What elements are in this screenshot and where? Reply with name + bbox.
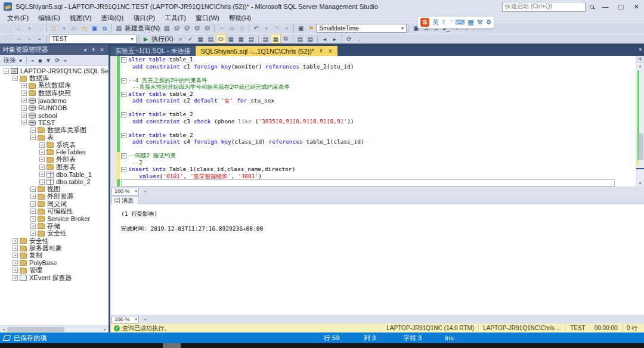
oe-refresh-icon[interactable]: ⟳ xyxy=(54,57,61,64)
tree-item[interactable]: +school xyxy=(0,111,109,119)
scroll-up-icon[interactable]: ▲ xyxy=(638,63,642,69)
sogou-logo-icon[interactable]: S xyxy=(420,18,429,27)
open-query-icon[interactable]: ▤ xyxy=(162,24,172,33)
comment-icon[interactable]: ▤ xyxy=(295,34,305,44)
connect-icon[interactable]: ⌁ xyxy=(14,34,24,44)
tree-item[interactable]: +服务器对象 xyxy=(0,244,109,251)
results-grid-toggle-icon[interactable]: ▦ xyxy=(271,34,281,44)
ime-punctuation-icon[interactable]: ’ xyxy=(451,19,452,26)
code-line[interactable]: −insert into Table_1(class_id,class_name… xyxy=(121,166,636,173)
back-dropdown-icon[interactable]: ▾ xyxy=(24,24,35,33)
object-explorer-hscrollbar[interactable]: ◂ ▸ xyxy=(0,325,109,333)
query-options-icon[interactable]: ▤ xyxy=(206,34,216,44)
expand-toggle-icon[interactable]: + xyxy=(39,172,45,177)
analysis-query-icon[interactable]: ⛁ xyxy=(182,24,192,33)
specify-values-icon[interactable]: ⟳ xyxy=(344,34,354,44)
scroll-down-icon[interactable]: ▼ xyxy=(638,180,642,187)
code-line[interactable]: add constraint c2 default '女' for stu_se… xyxy=(121,97,636,104)
code-line[interactable]: add constraint c1 foreign key(monitor) r… xyxy=(121,63,636,70)
hscroll-thumb[interactable] xyxy=(7,327,64,332)
ime-settings-icon[interactable]: ⚙ xyxy=(486,18,492,26)
expand-toggle-icon[interactable]: + xyxy=(13,275,18,281)
editor-zoom-combo[interactable]: 100 %▾ xyxy=(112,188,139,195)
close-panel-icon[interactable]: ✕ xyxy=(98,47,106,53)
tree-item[interactable]: +FileTables xyxy=(0,148,109,156)
tab-pin-icon[interactable]: 🖈 xyxy=(318,48,324,54)
connect-dropdown-icon[interactable]: ▾ xyxy=(18,57,23,64)
database-combo[interactable]: TEST ▾ xyxy=(49,35,137,44)
expand-toggle-icon[interactable]: + xyxy=(39,179,45,185)
close-button[interactable]: ✕ xyxy=(628,0,644,13)
redo-dropdown-icon[interactable]: ▾ xyxy=(281,24,292,33)
code-line[interactable]: --2 xyxy=(121,159,636,166)
tree-item[interactable]: +数据库快照 xyxy=(0,89,109,97)
code-line[interactable]: --直接从性别开始因为学号和姓名我在2中就已经完成约束条件 xyxy=(121,83,636,91)
current-line[interactable] xyxy=(121,179,615,187)
splitter-grip-icon[interactable]: ✛ xyxy=(637,56,644,63)
expand-toggle-icon[interactable]: − xyxy=(21,120,27,125)
execute-icon[interactable]: ▶ xyxy=(141,34,151,44)
flag-icon[interactable]: ⚑ xyxy=(306,24,316,33)
code-line[interactable]: −--问题2 验证约束 xyxy=(121,152,636,159)
code-line[interactable]: −alter table table_2 xyxy=(121,111,636,118)
code-line[interactable] xyxy=(121,125,636,132)
chevron-down-icon[interactable]: ▾ xyxy=(135,317,138,322)
tree-item[interactable]: +数据库关系图 xyxy=(0,126,109,133)
expand-toggle-icon[interactable]: + xyxy=(39,142,45,148)
tree-item[interactable]: +可编程性 xyxy=(0,207,109,215)
tree-item[interactable]: +PolyBase xyxy=(0,259,109,266)
menu-item-1[interactable]: 编辑(E) xyxy=(33,13,65,23)
expand-toggle-icon[interactable]: − xyxy=(13,76,18,81)
expand-toggle-icon[interactable]: + xyxy=(21,105,27,111)
messages-body[interactable]: (1 行受影响)完成时间: 2019-12-03T11:27:16.892923… xyxy=(110,204,644,315)
cut-icon[interactable]: ✂ xyxy=(216,24,227,33)
activity-monitor-icon[interactable]: ▣ xyxy=(296,24,306,33)
new-query-icon[interactable]: ▤ xyxy=(114,24,124,33)
tree-item[interactable]: +图形表 xyxy=(0,163,109,170)
fold-collapse-icon[interactable]: − xyxy=(121,78,126,83)
tree-item[interactable]: +复制 xyxy=(0,252,109,259)
tree-item[interactable]: +安全性 xyxy=(0,230,109,237)
undo-dropdown-icon[interactable]: ▾ xyxy=(261,24,271,33)
code-line[interactable] xyxy=(121,70,636,77)
indent-icon[interactable]: ▸ xyxy=(330,34,340,44)
results-to-grid-icon[interactable]: ▤ xyxy=(261,34,271,44)
ime-skin-icon[interactable]: ⚒ xyxy=(477,18,483,26)
tree-item[interactable]: +javademo xyxy=(0,97,109,104)
tree-item[interactable]: +dbo.Table_1 xyxy=(0,170,109,178)
execute-button[interactable]: 执行(X) xyxy=(151,35,174,44)
expand-toggle-icon[interactable]: + xyxy=(13,260,18,266)
expand-toggle-icon[interactable]: + xyxy=(30,209,36,214)
open-file-icon[interactable]: 🗀 xyxy=(79,24,89,33)
open-folder-icon[interactable]: 🗁 xyxy=(69,24,79,33)
menu-item-3[interactable]: 查询(Q) xyxy=(96,13,128,23)
expand-toggle-icon[interactable]: − xyxy=(4,69,9,74)
chevron-down-icon[interactable]: ▾ xyxy=(135,189,138,194)
expand-toggle-icon[interactable]: + xyxy=(13,253,18,258)
oe-filter-icon[interactable]: ▼ xyxy=(44,57,52,64)
quick-launch-input[interactable]: 快速启动 (Ctrl+Q) xyxy=(502,2,586,12)
ime-toolbar[interactable]: S 英 ☾ ’ ⌨ ▦ ⚒ ⚙ xyxy=(417,16,494,29)
results-to-text-icon[interactable]: ▤ xyxy=(246,34,256,44)
messages-tab[interactable]: 消息 xyxy=(112,196,139,204)
ime-clipboard-icon[interactable]: ▦ xyxy=(467,18,473,26)
expand-toggle-icon[interactable]: + xyxy=(30,128,36,133)
scroll-right-icon[interactable]: ▸ xyxy=(101,327,109,332)
paste-icon[interactable]: ⎘ xyxy=(237,24,247,33)
editor-hscrollbar[interactable]: ◂ xyxy=(141,188,644,195)
connect-menu-button[interactable]: 连接 xyxy=(2,56,17,64)
results-to-file-icon[interactable]: ⧉ xyxy=(281,34,291,44)
tab-sqlshiyan5[interactable]: SQLShiyan5.sql -...1Q1NC\Chris (52))* 🖈 … xyxy=(196,46,337,56)
parse-icon[interactable]: ✓ xyxy=(185,34,196,44)
tab-shiyanwu[interactable]: 实验五~1(1).SQL - 未连接 xyxy=(110,46,195,56)
mdx-query-icon[interactable]: ⛁ xyxy=(192,24,202,33)
estimated-plan-icon[interactable]: ▦ xyxy=(196,34,206,44)
messages-zoom-combo[interactable]: 100 %▾ xyxy=(112,316,139,324)
expand-toggle-icon[interactable]: + xyxy=(13,238,18,244)
scroll-left-icon[interactable]: ◂ xyxy=(141,317,148,322)
save-icon[interactable]: ▣ xyxy=(89,24,100,33)
datatype-combo[interactable]: SmalldateTime ▾ xyxy=(316,24,407,33)
copy-icon[interactable]: ⧉ xyxy=(227,24,237,33)
expand-toggle-icon[interactable]: + xyxy=(21,91,27,96)
code-line[interactable]: add constraint c3 check (phone like ('39… xyxy=(121,118,636,125)
